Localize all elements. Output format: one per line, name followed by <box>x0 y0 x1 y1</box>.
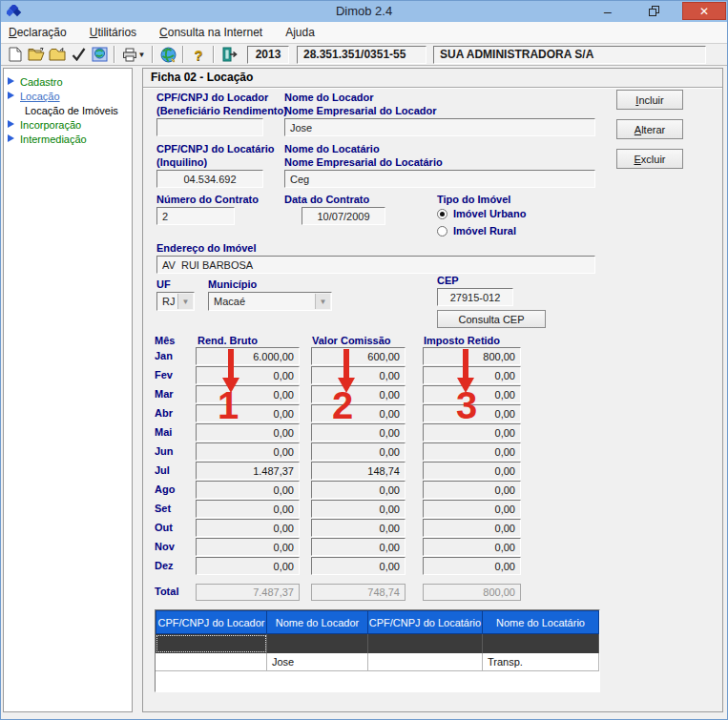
uf-select[interactable]: RJ ▼ <box>156 292 195 311</box>
rend-bruto-input[interactable]: 0,00 <box>196 481 300 499</box>
imposto-retido-input[interactable]: 0,00 <box>423 442 521 461</box>
consulta-cep-button[interactable]: Consulta CEP <box>437 310 546 328</box>
internet-button[interactable] <box>157 45 178 64</box>
grid-header-nome-locador[interactable]: Nome do Locador <box>267 610 368 634</box>
rend-bruto-input[interactable]: 0,00 <box>196 404 300 422</box>
print-button[interactable]: ▼ <box>119 45 148 64</box>
locatario-cpf-input[interactable]: 04.534.692 <box>156 170 263 188</box>
print-dropdown-icon[interactable]: ▼ <box>138 51 146 59</box>
rend-bruto-input[interactable]: 0,00 <box>196 385 300 403</box>
company-field[interactable]: SUA ADMINISTRADORA S/A <box>433 46 706 64</box>
month-label: Jan <box>155 350 173 361</box>
label-municipio: Município <box>208 278 257 290</box>
label-tipo-imovel: Tipo do Imóvel <box>437 194 510 205</box>
valor-comissao-input[interactable]: 0,00 <box>311 423 406 442</box>
imposto-retido-input[interactable]: 0,00 <box>423 557 521 575</box>
imposto-retido-input[interactable]: 0,00 <box>423 519 521 537</box>
exit-button[interactable] <box>218 45 239 64</box>
sidebar-item-locacao[interactable]: Locação <box>4 89 132 103</box>
sidebar-item-locacao-de-imoveis[interactable]: Locação de Imóveis <box>4 103 132 117</box>
minimize-button[interactable]: – <box>593 2 622 20</box>
grid-row[interactable]: Jose Transp. <box>156 653 599 671</box>
grid-cell[interactable] <box>483 634 599 653</box>
rend-bruto-input[interactable]: 1.487,37 <box>196 462 300 480</box>
valor-comissao-input[interactable]: 600,00 <box>311 347 406 365</box>
valor-comissao-input[interactable]: 0,00 <box>311 366 406 384</box>
valor-comissao-input[interactable]: 0,00 <box>311 519 406 537</box>
help-button[interactable]: ? <box>188 45 209 64</box>
close-folder-button[interactable] <box>47 45 68 64</box>
valor-comissao-input[interactable]: 0,00 <box>311 557 406 575</box>
grid-cell[interactable] <box>156 634 267 653</box>
titlebar: Dimob 2.4 – ✕ <box>1 1 727 22</box>
radio-selected-icon <box>437 209 447 219</box>
rend-bruto-input[interactable]: 0,00 <box>196 423 300 442</box>
cep-input[interactable]: 27915-012 <box>437 288 513 306</box>
municipio-select[interactable]: Macaé ▼ <box>208 292 332 311</box>
close-button[interactable]: ✕ <box>682 2 726 20</box>
sidebar-item-intermediacao[interactable]: Intermediação <box>4 132 132 146</box>
records-grid[interactable]: CPF/CNPJ do Locador Nome do Locador CPF/… <box>155 609 600 692</box>
incluir-button[interactable]: Incluir <box>616 90 683 110</box>
label-locatario-nome: Nome do Locatário <box>284 143 380 154</box>
valor-comissao-input[interactable]: 0,00 <box>311 442 406 461</box>
menu-declaracao[interactable]: Declaração <box>9 26 67 39</box>
data-contrato-input[interactable]: 10/07/2009 <box>302 207 385 225</box>
rend-bruto-input[interactable]: 0,00 <box>196 519 300 537</box>
rend-bruto-input[interactable]: 0,00 <box>196 538 300 556</box>
year-field[interactable]: 2013 <box>247 46 289 64</box>
grid-header-nome-locatario[interactable]: Nome do Locatário <box>483 610 599 634</box>
rend-bruto-input[interactable]: 0,00 <box>196 366 300 384</box>
sidebar-item-incorporacao[interactable]: Incorporação <box>4 117 132 132</box>
grid-row-selected[interactable] <box>156 634 599 653</box>
rend-bruto-input[interactable]: 0,00 <box>196 442 300 461</box>
grid-cell[interactable] <box>267 634 368 653</box>
grid-cell[interactable] <box>368 653 483 671</box>
imposto-retido-input[interactable]: 0,00 <box>423 481 521 499</box>
transmit-button[interactable] <box>89 45 110 64</box>
radio-imovel-urbano[interactable]: Imóvel Urbano <box>437 208 526 219</box>
valor-comissao-input[interactable]: 0,00 <box>311 500 406 518</box>
cnpj-field[interactable]: 28.351.351/0351-55 <box>297 46 426 64</box>
total-valor-comissao: 748,74 <box>311 584 406 601</box>
locatario-nome-input[interactable]: Ceg <box>284 170 595 188</box>
valor-comissao-input[interactable]: 0,00 <box>311 385 406 403</box>
grid-header-cpf-locatario[interactable]: CPF/CNPJ do Locatário <box>368 610 483 634</box>
valor-comissao-input[interactable]: 148,74 <box>311 462 406 480</box>
locador-cpf-input[interactable] <box>156 118 263 136</box>
incluir-label: Incluir <box>635 94 663 106</box>
chevron-down-icon: ▼ <box>177 294 193 309</box>
months-header-mes: Mês <box>155 335 175 346</box>
menu-ajuda[interactable]: Ajuda <box>285 26 315 39</box>
sidebar-item-cadastro[interactable]: Cadastro <box>4 74 132 89</box>
radio-imovel-rural[interactable]: Imóvel Rural <box>437 225 516 237</box>
alterar-button[interactable]: Alterar <box>616 119 683 139</box>
imposto-retido-input[interactable]: 0,00 <box>423 500 521 518</box>
rend-bruto-input[interactable]: 0,00 <box>196 557 300 575</box>
rend-bruto-input[interactable]: 0,00 <box>196 500 300 518</box>
grid-cell[interactable] <box>368 634 483 653</box>
rend-bruto-input[interactable]: 6.000,00 <box>196 347 300 365</box>
grid-cell[interactable] <box>156 653 267 671</box>
imposto-retido-input[interactable]: 0,00 <box>423 538 521 556</box>
open-folder-button[interactable] <box>26 45 47 64</box>
toolbar-separator <box>182 46 184 63</box>
menu-utilitarios[interactable]: Utilitários <box>90 26 136 39</box>
valor-comissao-input[interactable]: 0,00 <box>311 481 406 499</box>
grid-header-cpf-locador[interactable]: CPF/CNPJ do Locador <box>156 610 267 634</box>
imposto-retido-input[interactable]: 0,00 <box>423 462 521 480</box>
transmit-icon <box>92 47 108 62</box>
restore-button[interactable] <box>639 2 668 20</box>
valor-comissao-input[interactable]: 0,00 <box>311 538 406 556</box>
grid-cell[interactable]: Transp. <box>483 653 599 671</box>
close-icon: ✕ <box>699 5 709 18</box>
numero-contrato-input[interactable]: 2 <box>156 207 235 225</box>
validate-button[interactable] <box>68 45 89 64</box>
new-document-button[interactable] <box>5 45 26 64</box>
excluir-button[interactable]: Excluir <box>616 149 683 169</box>
endereco-input[interactable]: AV RUI BARBOSA <box>156 256 595 274</box>
valor-comissao-input[interactable]: 0,00 <box>311 404 406 422</box>
menu-consulta-internet[interactable]: Consulta na Internet <box>159 26 262 39</box>
grid-cell[interactable]: Jose <box>267 653 368 671</box>
locador-nome-input[interactable]: Jose <box>284 118 595 136</box>
